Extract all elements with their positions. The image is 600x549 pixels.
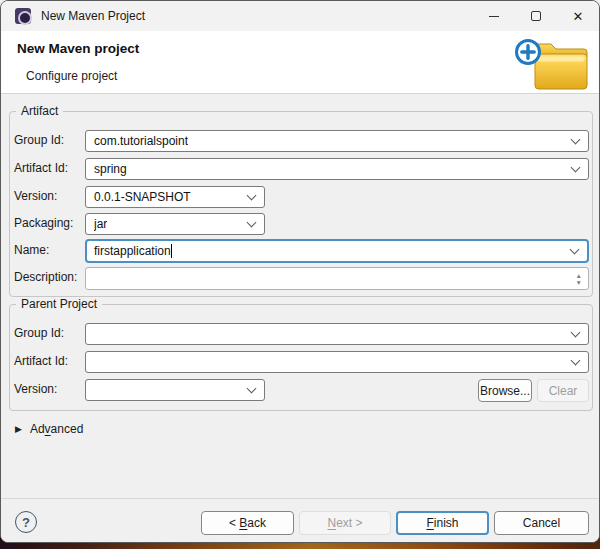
parent-artifact-id-label: Artifact Id:	[14, 354, 68, 368]
clear-button: Clear	[537, 379, 589, 402]
help-icon: ?	[22, 515, 30, 530]
chevron-down-icon[interactable]	[571, 163, 581, 173]
window-title: New Maven Project	[41, 9, 145, 23]
artifact-id-combo[interactable]: spring	[85, 158, 589, 180]
name-value: firstapplication	[94, 244, 171, 258]
minimize-icon	[489, 16, 499, 17]
help-button[interactable]: ?	[15, 511, 37, 533]
expander-arrow-icon[interactable]: ▶	[15, 424, 22, 434]
chevron-down-icon[interactable]	[247, 218, 257, 228]
scroll-spinner[interactable]: ▲ ▼	[576, 272, 582, 286]
group-id-combo[interactable]: com.tutorialspoint	[85, 130, 589, 152]
wizard-header: New Maven project Configure project	[1, 31, 599, 94]
spinner-down-icon[interactable]: ▼	[576, 279, 582, 286]
group-id-value: com.tutorialspoint	[94, 134, 188, 148]
chevron-down-icon[interactable]	[247, 191, 257, 201]
next-button: Next >	[299, 511, 391, 535]
parent-project-legend: Parent Project	[16, 297, 102, 311]
chevron-down-icon[interactable]	[247, 384, 257, 394]
chevron-down-icon[interactable]	[571, 135, 581, 145]
text-caret	[171, 244, 172, 258]
group-id-label: Group Id:	[14, 133, 64, 147]
finish-button-label: Finish	[426, 516, 458, 530]
eclipse-wizard-icon	[15, 8, 31, 24]
chevron-down-icon[interactable]	[570, 245, 580, 255]
advanced-expander[interactable]: ▶ Advanced	[15, 422, 83, 436]
maximize-icon	[531, 11, 541, 21]
artifact-id-label: Artifact Id:	[14, 161, 68, 175]
parent-artifact-id-combo[interactable]	[85, 351, 589, 373]
cancel-button[interactable]: Cancel	[494, 511, 589, 535]
chevron-down-icon[interactable]	[571, 328, 581, 338]
version-value: 0.0.1-SNAPSHOT	[94, 190, 191, 204]
version-label: Version:	[14, 189, 57, 203]
back-button-label: < Back	[229, 516, 266, 530]
page-title: New Maven project	[17, 41, 139, 56]
packaging-combo[interactable]: jar	[85, 213, 265, 235]
name-label: Name:	[14, 243, 49, 257]
window-controls: ✕	[473, 1, 599, 31]
artifact-group-legend: Artifact	[16, 104, 63, 118]
close-button[interactable]: ✕	[557, 1, 599, 31]
page-subtitle: Configure project	[26, 69, 117, 83]
spinner-up-icon[interactable]: ▲	[576, 272, 582, 279]
finish-button[interactable]: Finish	[396, 511, 489, 535]
new-maven-project-dialog: New Maven Project ✕ New Maven project Co…	[0, 0, 600, 543]
browse-button[interactable]: Browse...	[478, 379, 532, 402]
clear-button-label: Clear	[549, 384, 578, 398]
version-combo[interactable]: 0.0.1-SNAPSHOT	[85, 186, 265, 208]
packaging-value: jar	[94, 217, 107, 231]
back-button[interactable]: < Back	[201, 511, 294, 535]
cancel-button-label: Cancel	[523, 516, 560, 530]
parent-group-id-label: Group Id:	[14, 326, 64, 340]
packaging-label: Packaging:	[14, 216, 73, 230]
minimize-button[interactable]	[473, 1, 515, 31]
title-bar[interactable]: New Maven Project ✕	[1, 1, 599, 31]
artifact-id-value: spring	[94, 162, 127, 176]
parent-version-combo[interactable]	[85, 379, 265, 401]
next-button-label: Next >	[327, 516, 362, 530]
browse-button-label: Browse...	[480, 384, 530, 398]
chevron-down-icon[interactable]	[571, 356, 581, 366]
parent-group-id-combo[interactable]	[85, 323, 589, 345]
description-label: Description:	[14, 270, 77, 284]
maximize-button[interactable]	[515, 1, 557, 31]
parent-version-label: Version:	[14, 382, 57, 396]
new-folder-icon	[515, 33, 595, 93]
advanced-label: Advanced	[30, 422, 83, 436]
description-field[interactable]: ▲ ▼	[85, 267, 589, 290]
name-combo[interactable]: firstapplication	[85, 239, 589, 263]
close-icon: ✕	[573, 10, 584, 23]
